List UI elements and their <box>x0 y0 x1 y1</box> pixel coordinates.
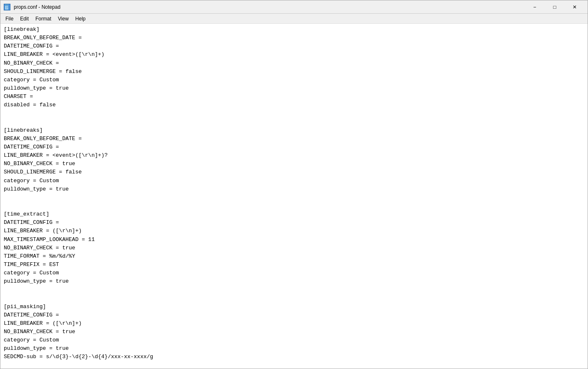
code-line: NO_BINARY_CHECK = true <box>4 244 584 252</box>
code-line: category = Custom <box>4 336 584 344</box>
code-line: DATETIME_CONFIG = <box>4 218 584 227</box>
code-line: NO_BINARY_CHECK = true <box>4 328 584 336</box>
code-line: TIME_PREFIX = EST <box>4 261 584 269</box>
menu-edit[interactable]: Edit <box>17 15 32 23</box>
code-line: pulldown_type = true <box>4 277 584 286</box>
code-line <box>4 294 584 303</box>
window-title: props.conf - Notepad <box>14 4 60 10</box>
code-line <box>4 193 584 202</box>
code-line: [pii_masking] <box>4 303 584 311</box>
maximize-button[interactable]: □ <box>545 1 564 13</box>
code-line <box>4 118 584 126</box>
code-line: [linebreak] <box>4 25 584 34</box>
code-line: CHARSET = <box>4 93 584 101</box>
code-line: category = Custom <box>4 76 584 84</box>
code-line: pulldown_type = true <box>4 344 584 353</box>
title-bar: props.conf - Notepad − □ ✕ <box>0 0 588 14</box>
code-line: LINE_BREAKER = <event>([\r\n]+)? <box>4 151 584 160</box>
code-line: [linebreaks] <box>4 126 584 135</box>
code-line: DATETIME_CONFIG = <box>4 143 584 151</box>
menu-format[interactable]: Format <box>32 15 55 23</box>
code-line <box>4 286 584 294</box>
code-line: LINE_BREAKER = <event>([\r\n]+) <box>4 50 584 59</box>
code-line: TIME_FORMAT = %m/%d/%Y <box>4 252 584 261</box>
title-bar-left: props.conf - Notepad <box>4 4 60 10</box>
code-line: NO_BINARY_CHECK = true <box>4 160 584 168</box>
code-line: category = Custom <box>4 269 584 277</box>
code-line: BREAK_ONLY_BEFORE_DATE = <box>4 135 584 143</box>
code-line: LINE_BREAKER = ([\r\n]+) <box>4 227 584 235</box>
code-line: [time_extract] <box>4 210 584 218</box>
editor-area[interactable]: [linebreak]BREAK_ONLY_BEFORE_DATE =DATET… <box>0 24 588 369</box>
svg-rect-1 <box>5 4 8 6</box>
minimize-button[interactable]: − <box>525 1 544 13</box>
code-line: pulldown_type = true <box>4 84 584 93</box>
code-line: DATETIME_CONFIG = <box>4 311 584 319</box>
app-icon <box>4 4 10 10</box>
code-line: DATETIME_CONFIG = <box>4 42 584 50</box>
menu-view[interactable]: View <box>55 15 72 23</box>
code-line: SHOULD_LINEMERGE = false <box>4 168 584 176</box>
code-line: NO_BINARY_CHECK = <box>4 59 584 68</box>
title-bar-controls: − □ ✕ <box>525 1 584 13</box>
code-line: BREAK_ONLY_BEFORE_DATE = <box>4 34 584 42</box>
menu-help[interactable]: Help <box>72 15 89 23</box>
code-line: SEDCMD-sub = s/\d{3}-\d{2}-\d{4}/xxx-xx-… <box>4 353 584 361</box>
code-line: SHOULD_LINEMERGE = false <box>4 68 584 76</box>
close-button[interactable]: ✕ <box>565 1 584 13</box>
code-line <box>4 202 584 210</box>
code-line: category = Custom <box>4 177 584 185</box>
menu-file[interactable]: File <box>2 15 17 23</box>
code-line: pulldown_type = true <box>4 185 584 193</box>
code-line <box>4 109 584 118</box>
code-line: MAX_TIMESTAMP_LOOKAHEAD = 11 <box>4 236 584 244</box>
code-line: disabled = false <box>4 101 584 109</box>
menu-bar: File Edit Format View Help <box>0 14 588 24</box>
notepad-window: props.conf - Notepad − □ ✕ File Edit For… <box>0 0 588 369</box>
code-line: LINE_BREAKER = ([\r\n]+) <box>4 319 584 328</box>
